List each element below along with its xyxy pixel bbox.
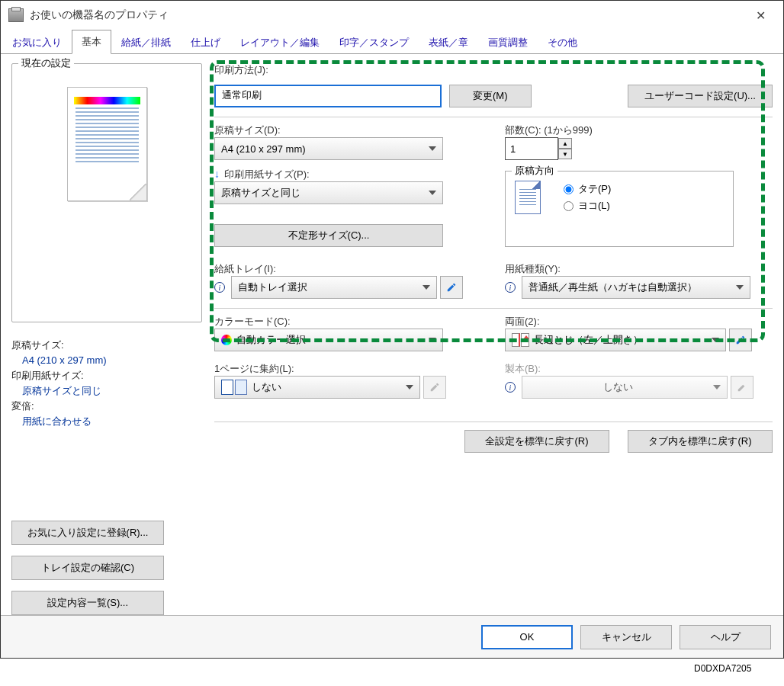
custom-size-button[interactable]: 不定形サイズ(C)... xyxy=(214,224,443,247)
nup-select[interactable]: しない xyxy=(214,376,420,399)
printer-icon xyxy=(8,8,24,22)
color-wheel-icon xyxy=(221,335,232,345)
summary-printsize-value: 原稿サイズと同じ xyxy=(11,383,202,399)
tab-stamp[interactable]: 印字／スタンプ xyxy=(329,30,419,54)
tray-edit-button[interactable] xyxy=(440,276,463,299)
copies-column: 部数(C): (1から999) ▲ ▼ 原稿方向 xyxy=(505,123,773,299)
copies-up-button[interactable]: ▲ xyxy=(558,138,572,149)
confirm-tray-button[interactable]: トレイ設定の確認(C) xyxy=(11,556,164,580)
right-panel: 印刷方法(J): 通常印刷 変更(M) ユーザーコード設定(U)... 原稿サイ… xyxy=(202,63,773,618)
close-button[interactable]: ✕ xyxy=(745,4,776,27)
content-area: 現在の設定 原稿サイズ: A4 (210 x 297 mm) 印刷用紙サイズ: … xyxy=(1,54,783,618)
job-type-row: 通常印刷 変更(M) ユーザーコード設定(U)... xyxy=(214,85,773,107)
duplex-select[interactable]: 長辺とじ（左／上開き） xyxy=(505,329,726,351)
tab-quality[interactable]: 画質調整 xyxy=(478,30,538,54)
summary-zoom-value: 用紙に合わせる xyxy=(11,414,202,429)
paper-type-select[interactable]: 普通紙／再生紙（ハガキは自動選択） xyxy=(522,276,750,299)
tray-row: i 自動トレイ選択 xyxy=(214,276,482,299)
info-icon: i xyxy=(505,382,516,393)
duplex-icon xyxy=(512,333,529,347)
separator-3 xyxy=(214,422,773,422)
summary-docsize-value: A4 (210 x 297 mm) xyxy=(11,353,202,368)
register-favorite-button[interactable]: お気に入り設定に登録(R)... xyxy=(11,521,164,545)
usercode-button[interactable]: ユーザーコード設定(U)... xyxy=(628,85,773,107)
preview-thumbnail xyxy=(67,87,147,201)
chevron-down-icon xyxy=(423,285,430,290)
cancel-button[interactable]: キャンセル xyxy=(580,625,672,649)
current-settings-group: 現在の設定 xyxy=(11,63,202,322)
info-icon: i xyxy=(214,282,225,293)
portrait-radio[interactable]: タテ(P) xyxy=(564,182,611,196)
print-size-label-row: ↓ 印刷用紙サイズ(P): xyxy=(214,168,482,181)
tab-basic[interactable]: 基本 xyxy=(72,30,111,54)
summary-zoom-label: 変倍: xyxy=(11,399,202,414)
chevron-down-icon xyxy=(712,338,719,342)
paper-type-label: 用紙種類(Y): xyxy=(505,262,773,276)
duplex-edit-button[interactable] xyxy=(729,329,752,351)
color-mode-label: カラーモード(C): xyxy=(214,315,482,329)
tab-favorites[interactable]: お気に入り xyxy=(2,30,72,54)
chevron-down-icon xyxy=(429,338,436,342)
nup-edit-button xyxy=(423,376,446,399)
chevron-down-icon xyxy=(406,385,413,389)
doc-size-label: 原稿サイズ(D): xyxy=(214,123,482,137)
tab-paper[interactable]: 給紙／排紙 xyxy=(111,30,181,54)
tray-label: 給紙トレイ(I): xyxy=(214,262,482,276)
booklet-label: 製本(B): xyxy=(505,362,773,376)
chevron-down-icon xyxy=(429,146,436,151)
help-button[interactable]: ヘルプ xyxy=(680,625,771,649)
info-icon: i xyxy=(505,282,516,293)
print-size-label: 印刷用紙サイズ(P): xyxy=(224,168,310,180)
settings-summary: 原稿サイズ: A4 (210 x 297 mm) 印刷用紙サイズ: 原稿サイズと… xyxy=(11,338,202,429)
copies-label: 部数(C): (1から999) xyxy=(505,123,773,137)
reset-all-button[interactable]: 全設定を標準に戻す(R) xyxy=(464,430,609,453)
color-mode-select[interactable]: 自動カラー選択 xyxy=(214,329,443,351)
reset-tab-button[interactable]: タブ内を標準に戻す(R) xyxy=(628,430,773,453)
job-change-button[interactable]: 変更(M) xyxy=(449,85,532,107)
duplex-label: 両面(2): xyxy=(505,315,773,329)
nup-icon xyxy=(221,380,247,395)
ok-button[interactable]: OK xyxy=(481,625,573,649)
booklet-select: しない xyxy=(522,376,728,399)
page-orientation-icon xyxy=(515,181,541,214)
tab-bar: お気に入り 基本 給紙／排紙 仕上げ レイアウト／編集 印字／スタンプ 表紙／章… xyxy=(1,30,783,54)
chevron-down-icon xyxy=(713,385,721,389)
job-type-label: 印刷方法(J): xyxy=(214,63,773,77)
job-type-value[interactable]: 通常印刷 xyxy=(214,85,442,107)
copies-spinbox: ▲ ▼ xyxy=(505,137,773,160)
nup-label: 1ページに集約(L): xyxy=(214,362,482,376)
copies-input[interactable] xyxy=(505,137,558,160)
tab-layout[interactable]: レイアウト／編集 xyxy=(230,30,329,54)
separator-1 xyxy=(214,117,773,117)
landscape-radio[interactable]: ヨコ(L) xyxy=(564,199,611,213)
tray-select[interactable]: 自動トレイ選択 xyxy=(231,276,437,299)
size-column: 原稿サイズ(D): A4 (210 x 297 mm) ↓ 印刷用紙サイズ(P)… xyxy=(214,123,482,299)
titlebar: お使いの機器名のプロパティ ✕ xyxy=(1,1,783,30)
separator-2 xyxy=(214,308,773,309)
booklet-edit-button xyxy=(731,376,753,399)
doc-size-select[interactable]: A4 (210 x 297 mm) xyxy=(214,137,443,160)
orientation-group: 原稿方向 タテ(P) ヨコ(L) xyxy=(505,171,734,247)
current-settings-legend: 現在の設定 xyxy=(18,56,74,70)
left-buttons: お気に入り設定に登録(R)... トレイ設定の確認(C) 設定内容一覧(S)..… xyxy=(11,521,202,626)
paper-type-row: i 普通紙／再生紙（ハガキは自動選択） xyxy=(505,276,773,299)
summary-docsize-label: 原稿サイズ: xyxy=(11,338,202,353)
chevron-down-icon xyxy=(429,191,436,195)
window-title: お使いの機器名のプロパティ xyxy=(30,8,745,22)
dialog-footer: OK キャンセル ヘルプ xyxy=(1,615,783,658)
copies-down-button[interactable]: ▼ xyxy=(558,149,572,159)
left-panel: 現在の設定 原稿サイズ: A4 (210 x 297 mm) 印刷用紙サイズ: … xyxy=(11,63,202,618)
arrow-down-icon: ↓ xyxy=(214,168,220,180)
tab-finish[interactable]: 仕上げ xyxy=(181,30,230,54)
print-size-select[interactable]: 原稿サイズと同じ xyxy=(214,181,443,204)
dialog-window: お使いの機器名のプロパティ ✕ お気に入り 基本 給紙／排紙 仕上げ レイアウト… xyxy=(0,0,784,659)
tab-other[interactable]: その他 xyxy=(538,30,587,54)
tab-cover[interactable]: 表紙／章 xyxy=(419,30,478,54)
orientation-legend: 原稿方向 xyxy=(512,164,557,178)
summary-printsize-label: 印刷用紙サイズ: xyxy=(11,368,202,383)
settings-list-button[interactable]: 設定内容一覧(S)... xyxy=(11,591,164,615)
chevron-down-icon xyxy=(736,285,744,290)
